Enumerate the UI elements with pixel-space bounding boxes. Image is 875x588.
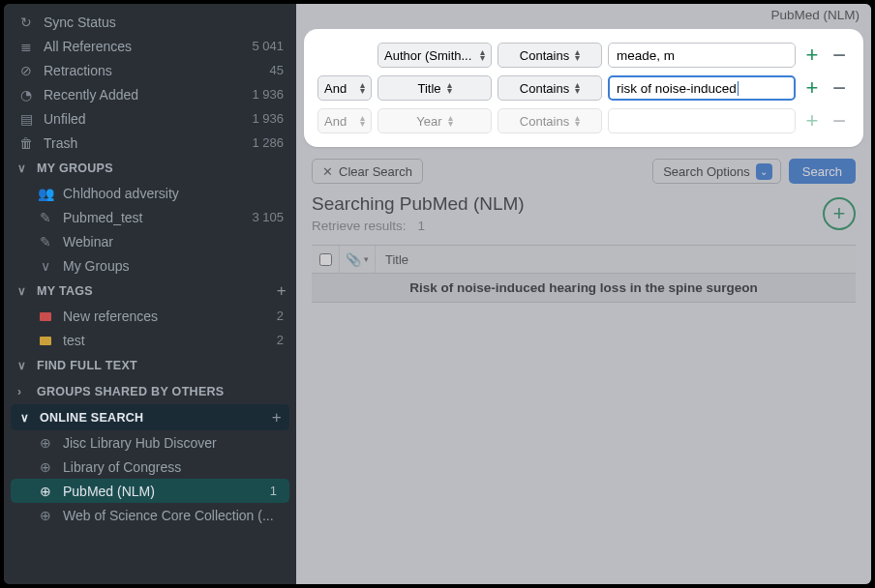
bool-select-3[interactable]: And▴▾ <box>317 108 372 133</box>
sidebar-online-loc[interactable]: ⊕Library of Congress <box>4 455 296 479</box>
button-label: Search Options <box>663 164 750 179</box>
bool-select-2[interactable]: And▴▾ <box>317 75 372 101</box>
heading-row: Searching PubMed (NLM) Retrieve results:… <box>312 193 856 233</box>
sidebar-trash[interactable]: 🗑Trash1 286 <box>4 131 296 155</box>
input-value: risk of noise-induced <box>617 81 737 96</box>
operator-select-1[interactable]: Contains▴▾ <box>498 43 602 68</box>
button-label: Search <box>802 164 842 179</box>
sync-icon: ↻ <box>17 15 35 30</box>
sidebar-online-pubmed[interactable]: ⊕PubMed (NLM)1 <box>11 479 289 503</box>
add-row-button[interactable]: + <box>801 110 823 132</box>
sidebar-online-jisc[interactable]: ⊕Jisc Library Hub Discover <box>4 430 296 455</box>
sidebar-group-my-groups-set[interactable]: ∨My Groups <box>4 253 296 278</box>
sidebar-group-webinar[interactable]: ✎Webinar <box>4 229 296 253</box>
up-down-icon: ▴▾ <box>575 49 580 61</box>
search-value-3[interactable] <box>608 108 796 133</box>
sidebar-item-label: New references <box>63 309 277 324</box>
chevron-down-icon: ∨ <box>20 411 36 425</box>
group-icon: 👥 <box>37 186 54 201</box>
sidebar-item-label: Library of Congress <box>63 459 287 475</box>
globe-icon: ⊕ <box>37 435 54 451</box>
search-row-1: Author (Smith...▴▾ Contains▴▾ meade, m +… <box>317 39 850 72</box>
select-value: And <box>324 81 347 96</box>
sidebar-recently-added[interactable]: ◔Recently Added1 936 <box>4 82 296 106</box>
add-row-button[interactable]: + <box>801 77 823 99</box>
sidebar-tag-new-references[interactable]: New references2 <box>4 304 296 328</box>
globe-icon: ⊕ <box>37 459 54 475</box>
search-panel: Author (Smith...▴▾ Contains▴▾ meade, m +… <box>304 29 863 147</box>
chevron-down-icon: ⌄ <box>756 163 772 180</box>
sidebar-online-wos[interactable]: ⊕Web of Science Core Collection (... <box>4 503 296 527</box>
search-value-1[interactable]: meade, m <box>608 43 796 68</box>
attachment-column[interactable]: 📎▾ <box>339 246 376 273</box>
sidebar-item-label: All References <box>44 39 252 54</box>
title-column-header[interactable]: Title <box>376 252 408 267</box>
plus-icon[interactable]: + <box>272 408 282 427</box>
search-row-3: And▴▾ Year▴▾ Contains▴▾ + − <box>317 104 850 137</box>
results-heading: Searching PubMed (NLM) <box>312 193 525 215</box>
select-value: And <box>324 114 347 129</box>
chevron-down-icon: ∨ <box>37 258 54 274</box>
sidebar-header-my-tags[interactable]: ∨MY TAGS+ <box>4 278 296 304</box>
text-cursor <box>738 81 739 96</box>
select-all-checkbox[interactable] <box>312 253 339 266</box>
sidebar-item-label: Jisc Library Hub Discover <box>63 435 287 451</box>
add-reference-button[interactable]: + <box>823 197 856 230</box>
retrieve-results: Retrieve results:1 <box>312 219 525 233</box>
table-header: 📎▾ Title <box>312 245 856 274</box>
up-down-icon: ▴▾ <box>575 115 580 127</box>
field-select-year[interactable]: Year▴▾ <box>377 108 492 133</box>
remove-row-button[interactable]: − <box>829 45 850 65</box>
globe-icon: ⊕ <box>37 508 54 523</box>
group-icon: ✎ <box>37 234 54 250</box>
sidebar-header-online-search[interactable]: ∨ONLINE SEARCH+ <box>11 404 289 430</box>
sidebar-item-count: 1 936 <box>252 87 287 102</box>
select-value: Contains <box>520 81 569 96</box>
sidebar-item-label: PubMed (NLM) <box>63 484 270 499</box>
sidebar: ↻Sync Status ≣All References5 041 ⊘Retra… <box>4 4 296 584</box>
sidebar-header-my-groups[interactable]: ∨MY GROUPS <box>4 155 296 181</box>
sidebar-header-groups-shared[interactable]: ›GROUPS SHARED BY OTHERS <box>4 378 296 404</box>
sidebar-unfiled[interactable]: ▤Unfiled1 936 <box>4 106 296 131</box>
sidebar-item-count: 1 <box>270 484 280 498</box>
sidebar-item-count: 5 041 <box>252 39 287 53</box>
operator-select-3[interactable]: Contains▴▾ <box>498 108 602 133</box>
select-value: Year <box>416 114 441 129</box>
sidebar-item-label: Recently Added <box>44 87 252 103</box>
search-options-button[interactable]: Search Options⌄ <box>652 159 781 184</box>
add-row-button[interactable]: + <box>801 44 823 66</box>
sidebar-header-find-full-text[interactable]: ∨FIND FULL TEXT <box>4 352 296 378</box>
main-panel: PubMed (NLM) Author (Smith...▴▾ Contains… <box>296 4 871 584</box>
sidebar-header-label: MY TAGS <box>37 284 277 298</box>
tag-icon <box>37 309 54 324</box>
remove-row-button[interactable]: − <box>829 78 850 98</box>
trash-icon: 🗑 <box>17 135 35 151</box>
select-value: Contains <box>520 114 569 129</box>
sidebar-retractions[interactable]: ⊘Retractions45 <box>4 58 296 82</box>
remove-row-button[interactable]: − <box>829 111 850 131</box>
clock-icon: ◔ <box>17 87 35 103</box>
close-icon: ✕ <box>322 164 333 179</box>
sidebar-tag-test[interactable]: test2 <box>4 328 296 352</box>
sidebar-sync-status[interactable]: ↻Sync Status <box>4 10 296 34</box>
sidebar-group-pubmed-test[interactable]: ✎Pubmed_test3 105 <box>4 205 296 229</box>
sidebar-group-childhood[interactable]: 👥Chldhood adversity <box>4 181 296 205</box>
sidebar-item-count: 2 <box>277 309 287 323</box>
clear-search-button[interactable]: ✕Clear Search <box>312 159 423 184</box>
chevron-down-icon: ∨ <box>17 162 33 175</box>
sidebar-all-references[interactable]: ≣All References5 041 <box>4 34 296 58</box>
sidebar-item-count: 3 105 <box>252 210 287 224</box>
operator-select-2[interactable]: Contains▴▾ <box>498 75 602 101</box>
search-row-2: And▴▾ Title▴▾ Contains▴▾ risk of noise-i… <box>317 72 850 104</box>
table-row[interactable]: Risk of noise-induced hearing loss in th… <box>312 274 856 303</box>
input-value: meade, m <box>617 48 675 63</box>
plus-icon[interactable]: + <box>277 281 287 301</box>
sidebar-item-label: test <box>63 333 277 348</box>
sidebar-item-label: Pubmed_test <box>63 210 252 225</box>
field-select-title[interactable]: Title▴▾ <box>377 75 492 101</box>
search-button[interactable]: Search <box>789 159 856 184</box>
sidebar-item-label: Webinar <box>63 234 284 250</box>
up-down-icon: ▴▾ <box>575 82 580 94</box>
field-select-author[interactable]: Author (Smith...▴▾ <box>377 43 492 68</box>
search-value-2[interactable]: risk of noise-induced <box>608 75 796 101</box>
